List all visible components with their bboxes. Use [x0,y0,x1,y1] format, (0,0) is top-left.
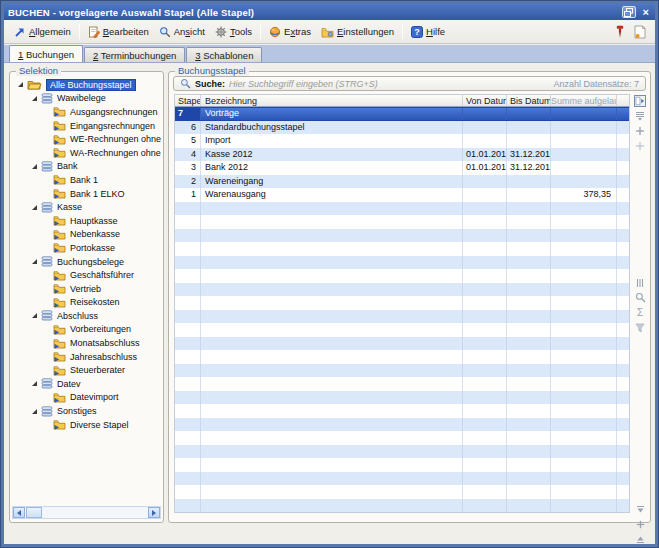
tree-item-hauptkasse[interactable]: Hauptkasse [12,214,161,228]
restore-button[interactable] [622,6,636,18]
expander-icon[interactable] [32,409,37,414]
table-row[interactable]: 6Standardbuchungsstapel [175,121,629,135]
table-row-empty[interactable] [175,391,629,405]
tree-item-root[interactable]: Alle Buchungsstapel [12,78,161,92]
note-button[interactable] [634,25,646,39]
table-row-empty[interactable] [175,283,629,297]
tree-item-datev[interactable]: Datev [12,377,161,391]
tree-item-datevimport[interactable]: Datevimport [12,391,161,405]
tree-item-we-rechnungen-ohne-wawi[interactable]: WE-Rechnungen ohne Wawi [12,132,161,146]
tree-item-steuerberater[interactable]: Steuerberater [12,363,161,377]
expander-icon[interactable] [18,82,23,87]
menu-item-extras[interactable]: Extras [264,24,316,40]
expander-icon[interactable] [32,259,37,264]
menu-item-allgemein[interactable]: Allgemein [9,24,76,40]
tree-item-bank[interactable]: Bank [12,160,161,174]
column-header-von-datum[interactable]: Von Datum [463,95,507,106]
tab-1-buchungen[interactable]: 1 Buchungen [9,45,83,62]
table-row-empty[interactable] [175,364,629,378]
vertical-bars-button[interactable] [631,276,649,290]
tree-horizontal-scrollbar[interactable] [12,506,161,519]
tree-item-bank-1[interactable]: Bank 1 [12,173,161,187]
tree-item-abschluss[interactable]: Abschluss [12,309,161,323]
tree-item-jahresabschluss[interactable]: Jahresabschluss [12,350,161,364]
scrollbar-track[interactable] [42,507,148,518]
column-header-bezeichnung[interactable]: Bezeichnung [201,95,463,106]
tree-item-reisekosten[interactable]: Reisekosten [12,296,161,310]
plus-up-button[interactable] [631,124,649,138]
table-row-empty[interactable] [175,431,629,445]
table-row-empty[interactable] [175,377,629,391]
plus-button[interactable] [631,518,649,532]
tree-item-wa-rechnungen-ohne-wawi[interactable]: WA-Rechnungen ohne Wawi [12,146,161,160]
menu-item-bearbeiten[interactable]: Bearbeiten [83,24,154,40]
tree-item-buchungsbelege[interactable]: Buchungsbelege [12,255,161,269]
menu-item-einstellungen[interactable]: Einstellungen [316,24,399,40]
expander-icon[interactable] [32,381,37,386]
table-row-empty[interactable] [175,499,629,513]
table-row[interactable]: 1Warenausgang378,35 [175,188,629,202]
tree-item-ausgangsrechnungen[interactable]: Ausgangsrechnungen [12,105,161,119]
table-row-empty[interactable] [175,445,629,459]
column-header-bis-datum[interactable]: Bis Datum [507,95,551,106]
table-row-empty[interactable] [175,350,629,364]
table-row-empty[interactable] [175,256,629,270]
column-header-summe-aufgelaufen[interactable]: Summe aufgelaufen [551,95,617,106]
table-row[interactable]: 5Import [175,134,629,148]
plus-down-button[interactable] [631,139,649,153]
tree-item-vorbereitungen[interactable]: Vorbereitungen [12,323,161,337]
table-row-empty[interactable] [175,337,629,351]
table-row-empty[interactable] [175,202,629,216]
tree-item-vertrieb[interactable]: Vertrieb [12,282,161,296]
expander-icon[interactable] [32,205,37,210]
table-row-empty[interactable] [175,215,629,229]
magnifier-gray-button[interactable] [631,291,649,305]
table-row-empty[interactable] [175,485,629,499]
tree-item-bank-1-elko[interactable]: Bank 1 ELKO [12,187,161,201]
tree-item-portokasse[interactable]: Portokasse [12,241,161,255]
table-row[interactable]: 3Bank 201201.01.201231.12.2012 [175,161,629,175]
scroll-left-button[interactable] [13,507,25,518]
table-row-empty[interactable] [175,310,629,324]
table-row[interactable]: 7Vorträge [175,107,629,121]
table-row-empty[interactable] [175,296,629,310]
column-chooser-button[interactable] [631,94,649,108]
table-row[interactable]: 4Kasse 201201.01.201231.12.2012 [175,148,629,162]
table-row[interactable]: 2Wareneingang [175,175,629,189]
table-row-empty[interactable] [175,242,629,256]
tab-3-schablonen[interactable]: 3 Schablonen [186,47,262,62]
table-row-empty[interactable] [175,472,629,486]
tree-item-nebenkasse[interactable]: Nebenkasse [12,228,161,242]
triangle-up-button[interactable] [631,533,649,547]
table-row-empty[interactable] [175,269,629,283]
table-row-empty[interactable] [175,418,629,432]
tree-item-monatsabschluss[interactable]: Monatsabschluss [12,336,161,350]
tree-item-wawibelege[interactable]: Wawibelege [12,92,161,106]
pin-button[interactable] [614,25,626,39]
tree-item-sonstiges[interactable]: Sonstiges [12,404,161,418]
table-row-empty[interactable] [175,404,629,418]
menu-item-ansicht[interactable]: Ansicht [154,24,210,40]
sum-button[interactable]: Σ [631,306,649,320]
tree-item-gesch-ftsf-hrer[interactable]: Geschäftsführer [12,268,161,282]
tab-2-terminbuchungen[interactable]: 2 Terminbuchungen [84,47,185,62]
table-row-empty[interactable] [175,458,629,472]
expander-icon[interactable] [32,164,37,169]
scroll-right-button[interactable] [148,507,160,518]
table-row-empty[interactable] [175,229,629,243]
expander-icon[interactable] [32,96,37,101]
triangle-down-button[interactable] [631,503,649,517]
menu-item-hilfe[interactable]: ?Hilfe [406,24,450,40]
column-header-stapel[interactable]: Stapel [175,95,201,106]
titlebar[interactable]: BUCHEN - vorgelagerte Auswahl Stapel (Al… [4,4,655,20]
tree-item-kasse[interactable]: Kasse [12,200,161,214]
search-input[interactable] [229,79,549,89]
scrollbar-thumb[interactable] [26,507,42,518]
tree-item-diverse-stapel[interactable]: Diverse Stapel [12,418,161,432]
table-row-empty[interactable] [175,323,629,337]
tree-item-eingangsrechnungen[interactable]: Eingangsrechnungen [12,119,161,133]
expander-icon[interactable] [32,313,37,318]
menu-item-tools[interactable]: Tools [210,24,257,40]
close-button[interactable]: × [641,6,651,18]
lines-arrow-button[interactable] [631,109,649,123]
